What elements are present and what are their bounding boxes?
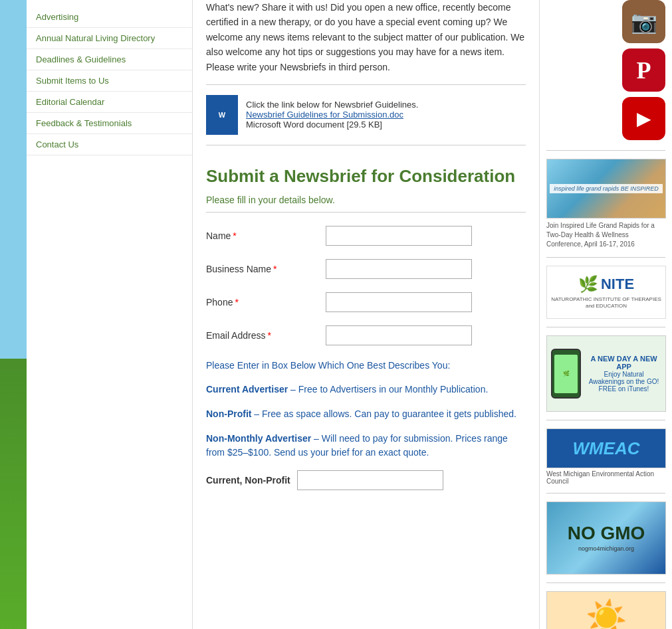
nogmo-ad[interactable]: NO GMO nogmo4michigan.org — [546, 501, 665, 575]
business-name-label: Business Name* — [206, 264, 312, 274]
required-star-3: * — [235, 297, 238, 308]
wmeac-logo: WMEAC — [572, 438, 639, 459]
sidebar-item-contact-us[interactable]: Contact Us — [27, 134, 192, 155]
phone-input[interactable] — [326, 292, 472, 312]
instagram-icon[interactable]: 📷 — [622, 0, 665, 43]
nite-ad[interactable]: 🌿 NITE NATUROPATHIC INSTITUTE OF THERAPI… — [546, 266, 665, 319]
phone-row: Phone* — [206, 292, 526, 312]
pinterest-icon[interactable]: P — [622, 48, 665, 92]
inspired-life-caption: Join Inspired Life Grand Rapids for a Tw… — [546, 221, 665, 249]
email-input[interactable] — [326, 325, 472, 345]
email-row: Email Address* — [206, 325, 526, 345]
divider-6 — [546, 583, 665, 583]
inspired-life-overlay: inspired life grand rapids BE INSPIRED — [550, 184, 663, 193]
doc-icon: W — [206, 95, 238, 135]
divider-2 — [546, 257, 665, 258]
wmeac-caption: West Michigan Environmental Action Counc… — [546, 470, 665, 485]
nite-logo: NITE — [601, 276, 634, 293]
option-current-advertiser: Current Advertiser – Free to Advertisers… — [206, 383, 526, 397]
form-subtitle: Please fill in your details below. — [206, 195, 526, 213]
required-star: * — [233, 230, 236, 241]
youtube-icon[interactable]: ▶ — [622, 97, 665, 140]
option-non-profit: Non-Profit – Free as space allows. Can p… — [206, 407, 526, 421]
option-name-current-advertiser: Current Advertiser — [206, 384, 288, 395]
doc-link-box: W Click the link below for Newsbrief Gui… — [206, 95, 526, 145]
intro-text: What's new? Share it with us! Did you op… — [206, 0, 526, 85]
required-star-4: * — [267, 330, 271, 341]
main-content: What's new? Share it with us! Did you op… — [193, 0, 539, 629]
sun-ad[interactable]: ☀️ — [546, 591, 665, 629]
sidebar-item-annual-natural-living-directory[interactable]: Annual Natural Living Directory — [27, 28, 192, 49]
sidebar-item-advertising[interactable]: Advertising — [27, 7, 192, 28]
current-label: Current, Non-Profit — [206, 475, 290, 486]
business-name-row: Business Name* — [206, 259, 526, 279]
name-label: Name* — [206, 230, 312, 241]
phone-label: Phone* — [206, 297, 312, 308]
app-screen: 🌿 — [554, 355, 578, 393]
option-desc-current-advertiser: – Free to Advertisers in our Monthly Pub… — [290, 384, 488, 395]
option-desc-non-profit: – Free as space allows. Can pay to guara… — [254, 408, 516, 419]
app-phone-icon: 🌿 — [551, 349, 581, 399]
sidebar-item-editorial-calendar[interactable]: Editorial Calendar — [27, 92, 192, 113]
option-name-non-monthly: Non-Monthly Advertiser — [206, 433, 311, 444]
social-icons: 📷 P ▶ — [546, 0, 665, 140]
nogmo-text: NO GMO — [568, 524, 645, 543]
divider-3 — [546, 327, 665, 327]
current-nonprofit-input[interactable] — [297, 470, 443, 490]
nite-subtitle: NATUROPATHIC INSTITUTE OF THERAPIES and … — [547, 296, 665, 310]
app-ad-title: A NEW DAY A NEW APP — [586, 355, 661, 371]
doc-link[interactable]: Newsbrief Guidelines for Submission.doc — [246, 110, 403, 120]
form-title: Submit a Newsbrief for Consideration — [206, 165, 526, 188]
email-label: Email Address* — [206, 330, 312, 341]
form-section: Submit a Newsbrief for Consideration Ple… — [206, 159, 526, 510]
sidebar-item-deadlines-guidelines[interactable]: Deadlines & Guidelines — [27, 49, 192, 70]
doc-prompt: Click the link below for Newsbrief Guide… — [246, 100, 418, 110]
option-name-non-profit: Non-Profit — [206, 408, 251, 419]
doc-info: Click the link below for Newsbrief Guide… — [246, 100, 418, 130]
inspired-life-ad[interactable]: inspired life grand rapids BE INSPIRED J… — [546, 159, 665, 249]
app-ad[interactable]: 🌿 A NEW DAY A NEW APP Enjoy Natural Awak… — [546, 335, 665, 412]
wmeac-ad[interactable]: WMEAC West Michigan Environmental Action… — [546, 428, 665, 485]
describe-prompt: Please Enter in Box Below Which One Best… — [206, 359, 526, 373]
sidebar-item-feedback-testimonials[interactable]: Feedback & Testimonials — [27, 113, 192, 134]
divider-4 — [546, 420, 665, 420]
right-sidebar: 📷 P ▶ inspired life grand rapids BE INSP… — [539, 0, 672, 629]
sun-icon: ☀️ — [586, 598, 627, 629]
left-background — [0, 0, 27, 629]
current-input-row: Current, Non-Profit — [206, 470, 526, 490]
divider-1 — [546, 150, 665, 151]
business-name-input[interactable] — [326, 259, 472, 279]
name-input[interactable] — [326, 226, 472, 246]
sidebar: AdvertisingAnnual Natural Living Directo… — [27, 0, 193, 629]
doc-file-info: Microsoft Word document [29.5 KB] — [246, 120, 418, 130]
nogmo-sub: nogmo4michigan.org — [578, 545, 634, 552]
divider-5 — [546, 493, 665, 494]
app-ad-body: Enjoy Natural Awakenings on the GO! FREE… — [586, 371, 661, 393]
required-star-2: * — [273, 264, 277, 274]
describe-section: Please Enter in Box Below Which One Best… — [206, 359, 526, 490]
name-row: Name* — [206, 226, 526, 246]
nite-flame-icon: 🌿 — [578, 275, 598, 294]
option-non-monthly: Non-Monthly Advertiser – Will need to pa… — [206, 432, 526, 460]
sidebar-item-submit-items[interactable]: Submit Items to Us — [27, 70, 192, 92]
